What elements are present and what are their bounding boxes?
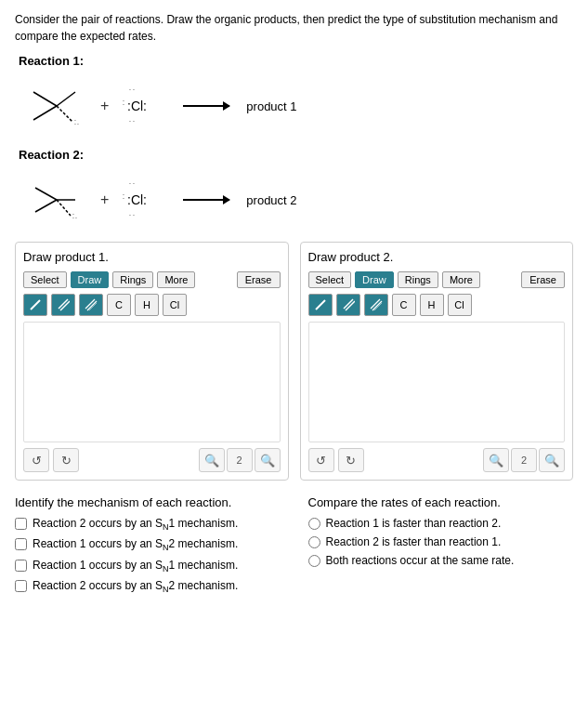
svg-text::Cl:: :Cl: bbox=[127, 99, 147, 113]
svg-text:·: · bbox=[77, 121, 79, 127]
zoom-reset-btn-1[interactable]: 2 bbox=[227, 448, 253, 472]
radio-item-1: Reaction 2 is faster than reaction 1. bbox=[308, 535, 574, 548]
undo-btn-1[interactable]: ↺ bbox=[23, 448, 49, 472]
bottom-row: Identify the mechanism of each reaction.… bbox=[15, 495, 573, 600]
draw-panel-1: Draw product 1. Select Draw Rings More E… bbox=[15, 242, 289, 481]
draw-button-2[interactable]: Draw bbox=[355, 271, 394, 288]
radio-item-2: Both reactions occur at the same rate. bbox=[308, 554, 574, 567]
select-button-1[interactable]: Select bbox=[23, 271, 67, 288]
svg-line-2 bbox=[57, 92, 75, 106]
reaction-2-molecule: · · · bbox=[24, 167, 89, 232]
checkbox-label-1: Reaction 1 occurs by an SN2 mechanism. bbox=[33, 537, 238, 552]
triple-bond-btn-1[interactable] bbox=[79, 294, 103, 316]
reaction-1-molecule: · · · bbox=[24, 73, 89, 138]
radio-1[interactable] bbox=[308, 536, 320, 548]
radio-label-0: Reaction 1 is faster than reaction 2. bbox=[326, 517, 502, 530]
checkbox-1[interactable] bbox=[15, 538, 27, 550]
identify-section: Identify the mechanism of each reaction.… bbox=[15, 495, 281, 600]
checkbox-item-2: Reaction 1 occurs by an SN1 mechanism. bbox=[15, 559, 281, 573]
svg-text:·: · bbox=[75, 215, 77, 221]
checkbox-item-3: Reaction 2 occurs by an SN2 mechanism. bbox=[15, 579, 281, 594]
svg-line-0 bbox=[33, 92, 57, 106]
svg-text:·: · bbox=[123, 101, 124, 108]
double-bond-btn-2[interactable] bbox=[336, 294, 360, 316]
carbon-btn-1[interactable]: C bbox=[107, 294, 131, 316]
draw-panel-2: Draw product 2. Select Draw Rings More E… bbox=[300, 242, 574, 481]
plus-sign-1: + bbox=[100, 98, 109, 114]
undo-btn-2[interactable]: ↺ bbox=[308, 448, 334, 472]
triple-bond-btn-2[interactable] bbox=[364, 294, 388, 316]
svg-text:·: · bbox=[133, 212, 135, 218]
checkbox-item-0: Reaction 2 occurs by an SN1 mechanism. bbox=[15, 517, 281, 532]
panel-2-bond-toolbar: C H Cl bbox=[308, 294, 566, 316]
svg-line-34 bbox=[316, 300, 325, 310]
checkbox-0[interactable] bbox=[15, 518, 27, 530]
erase-button-2[interactable]: Erase bbox=[521, 271, 565, 288]
erase-button-1[interactable]: Erase bbox=[237, 271, 281, 288]
panel-2-footer-right: 🔍 2 🔍 bbox=[483, 448, 565, 472]
panel-2-footer-left: ↺ ↻ bbox=[308, 448, 364, 472]
zoom-out-btn-1[interactable]: 🔍 bbox=[255, 448, 281, 472]
radio-2[interactable] bbox=[308, 555, 320, 567]
redo-btn-1[interactable]: ↻ bbox=[53, 448, 79, 472]
zoom-out-btn-2[interactable]: 🔍 bbox=[539, 448, 565, 472]
svg-text:·: · bbox=[129, 180, 131, 187]
hydrogen-btn-1[interactable]: H bbox=[135, 294, 159, 316]
reaction-1-section: Reaction 1: · · · + ·· ·· :Cl: · · bbox=[15, 54, 573, 138]
chlorine-btn-2[interactable]: Cl bbox=[448, 294, 472, 316]
panel-2-footer: ↺ ↻ 🔍 2 🔍 bbox=[308, 448, 566, 472]
zoom-reset-btn-2[interactable]: 2 bbox=[511, 448, 537, 472]
checkbox-label-3: Reaction 2 occurs by an SN2 mechanism. bbox=[33, 579, 238, 594]
svg-text:·: · bbox=[74, 117, 76, 124]
zoom-in-btn-1[interactable]: 🔍 bbox=[199, 448, 225, 472]
panel-1-title: Draw product 1. bbox=[23, 250, 281, 264]
svg-line-3 bbox=[57, 106, 72, 122]
checkbox-3[interactable] bbox=[15, 580, 27, 592]
chlorine-btn-1[interactable]: Cl bbox=[163, 294, 187, 316]
svg-text:·: · bbox=[129, 86, 131, 93]
rings-button-1[interactable]: Rings bbox=[112, 271, 153, 288]
panel-2-toolbar: Select Draw Rings More Erase bbox=[308, 271, 566, 288]
svg-text:·: · bbox=[123, 195, 124, 202]
svg-line-28 bbox=[31, 300, 40, 310]
compare-section: Compare the rates of each reaction. Reac… bbox=[308, 495, 574, 600]
checkbox-label-0: Reaction 2 occurs by an SN1 mechanism. bbox=[33, 517, 238, 532]
more-button-1[interactable]: More bbox=[157, 271, 195, 288]
svg-line-17 bbox=[57, 200, 71, 216]
arrow-2 bbox=[183, 199, 229, 201]
single-bond-btn-2[interactable] bbox=[308, 294, 333, 316]
radio-item-0: Reaction 1 is faster than reaction 2. bbox=[308, 517, 574, 530]
radio-0[interactable] bbox=[308, 518, 320, 530]
panel-1-footer-left: ↺ ↻ bbox=[23, 448, 79, 472]
arrow-1 bbox=[183, 105, 229, 107]
draw-area-2[interactable] bbox=[308, 322, 566, 442]
carbon-btn-2[interactable]: C bbox=[392, 294, 416, 316]
compare-title: Compare the rates of each reaction. bbox=[308, 495, 574, 509]
reaction-2-label: Reaction 2: bbox=[19, 148, 573, 162]
checkbox-label-2: Reaction 1 occurs by an SN1 mechanism. bbox=[33, 559, 238, 573]
panel-1-footer-right: 🔍 2 🔍 bbox=[199, 448, 281, 472]
plus-sign-2: + bbox=[100, 191, 109, 208]
single-bond-btn-1[interactable] bbox=[23, 294, 47, 316]
hydrogen-btn-2[interactable]: H bbox=[420, 294, 444, 316]
radio-label-1: Reaction 2 is faster than reaction 1. bbox=[326, 535, 502, 548]
svg-text::Cl:: :Cl: bbox=[127, 192, 147, 207]
zoom-in-btn-2[interactable]: 🔍 bbox=[483, 448, 509, 472]
panel-1-bond-toolbar: C H Cl bbox=[23, 294, 281, 316]
more-button-2[interactable]: More bbox=[442, 271, 480, 288]
product-1-label: product 1 bbox=[246, 99, 296, 113]
select-button-2[interactable]: Select bbox=[308, 271, 352, 288]
double-bond-btn-1[interactable] bbox=[51, 294, 75, 316]
checkbox-2[interactable] bbox=[15, 560, 27, 572]
draw-button-1[interactable]: Draw bbox=[71, 271, 110, 288]
svg-text:·: · bbox=[129, 212, 131, 218]
panel-2-title: Draw product 2. bbox=[308, 250, 566, 264]
checkbox-item-1: Reaction 1 occurs by an SN2 mechanism. bbox=[15, 537, 281, 552]
svg-text:·: · bbox=[133, 86, 135, 93]
identify-title: Identify the mechanism of each reaction. bbox=[15, 495, 281, 509]
reaction-1-label: Reaction 1: bbox=[19, 54, 573, 68]
rings-button-2[interactable]: Rings bbox=[398, 271, 438, 288]
redo-btn-2[interactable]: ↻ bbox=[338, 448, 364, 472]
draw-area-1[interactable] bbox=[23, 322, 281, 442]
svg-line-15 bbox=[35, 200, 57, 212]
